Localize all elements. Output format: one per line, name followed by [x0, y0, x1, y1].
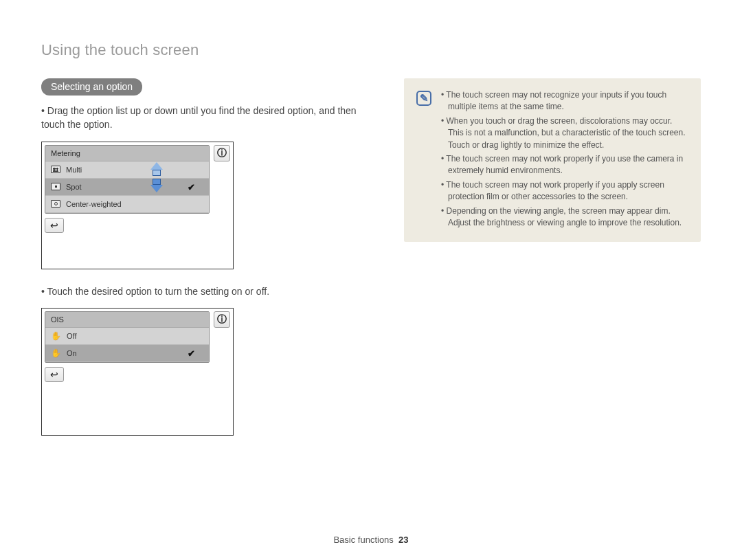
ois-panel: OIS ✋ Off ✋ On ✔ ⓘ ↩	[41, 308, 234, 436]
instruction-touch: Touch the desired option to turn the set…	[41, 284, 371, 298]
page-number: 23	[398, 535, 408, 545]
metering-options-list[interactable]: Metering Multi Spot ✔ Center-weigh	[45, 145, 210, 214]
option-label: Center-weighted	[66, 200, 122, 208]
center-weighted-icon	[51, 200, 60, 208]
page-footer: Basic functions 23	[0, 535, 742, 545]
note-item: When you touch or drag the screen, disco…	[441, 115, 688, 151]
check-icon: ✔	[188, 348, 195, 358]
note-box: ✎ The touch screen may not recognize you…	[404, 78, 701, 242]
back-button[interactable]: ↩	[45, 367, 64, 382]
section-title-pill: Selecting an option	[41, 78, 142, 96]
info-button[interactable]: ⓘ	[214, 145, 230, 161]
multi-metering-icon	[51, 166, 60, 173]
option-center-weighted[interactable]: Center-weighted	[45, 196, 209, 213]
back-button[interactable]: ↩	[45, 218, 64, 233]
ois-options-list[interactable]: OIS ✋ Off ✋ On ✔	[45, 311, 210, 363]
note-list: The touch screen may not recognize your …	[441, 89, 688, 231]
drag-indicator-icon	[147, 162, 166, 201]
metering-panel: Metering Multi Spot ✔ Center-weigh	[41, 142, 234, 269]
option-ois-on[interactable]: ✋ On ✔	[45, 345, 209, 362]
ois-off-icon: ✋	[51, 332, 61, 340]
instruction-drag: Drag the option list up or down until yo…	[41, 104, 371, 132]
note-item: The touch screen may not recognize your …	[441, 89, 688, 113]
note-item: The touch screen may not work properly i…	[441, 153, 688, 177]
option-label: Off	[67, 332, 76, 340]
footer-section: Basic functions	[333, 535, 393, 545]
option-label: On	[67, 349, 77, 357]
note-item: Depending on the viewing angle, the scre…	[441, 205, 688, 229]
option-ois-off[interactable]: ✋ Off	[45, 328, 209, 345]
spot-metering-icon	[51, 183, 60, 190]
panel-title: Metering	[45, 146, 209, 161]
ois-on-icon: ✋	[51, 349, 61, 357]
option-spot[interactable]: Spot ✔	[45, 179, 209, 196]
note-item: The touch screen may not work properly i…	[441, 179, 688, 203]
panel-title: OIS	[45, 312, 209, 328]
option-label: Spot	[66, 183, 82, 191]
option-multi[interactable]: Multi	[45, 161, 209, 179]
note-icon: ✎	[416, 91, 431, 106]
check-icon: ✔	[188, 181, 195, 192]
info-button[interactable]: ⓘ	[214, 311, 230, 328]
option-label: Multi	[66, 166, 82, 174]
page-header: Using the touch screen	[41, 41, 701, 59]
